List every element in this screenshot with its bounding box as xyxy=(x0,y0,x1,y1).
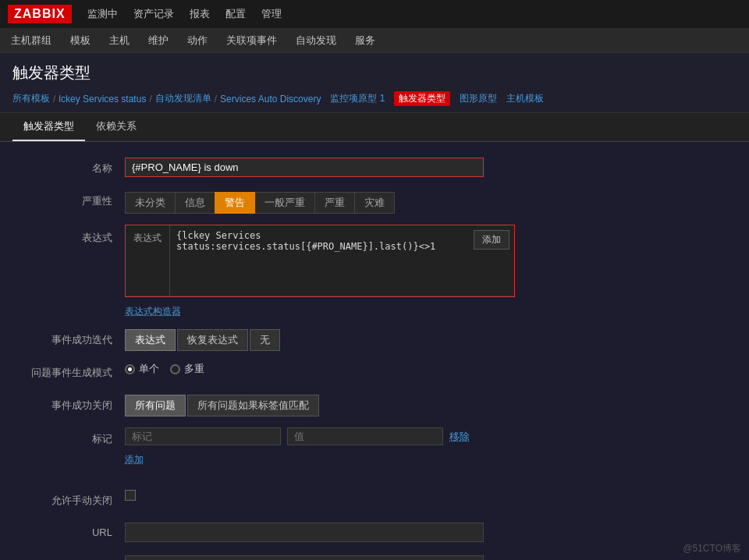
watermark: @51CTO博客 xyxy=(683,542,741,555)
problem-gen-label: 问题事件生成模式 xyxy=(16,362,125,380)
ok-close-control: 所有问题 所有问题如果标签值匹配 xyxy=(125,395,733,416)
tags-add-link[interactable]: 添加 xyxy=(125,453,144,466)
ok-close-label: 事件成功关闭 xyxy=(16,395,125,413)
ok-close-buttons: 所有问题 所有问题如果标签值匹配 xyxy=(125,395,733,416)
nav-monitor[interactable]: 监测中 xyxy=(87,5,118,23)
ok-event-recovery[interactable]: 恢复表达式 xyxy=(177,329,248,351)
breadcrumb-services-auto-discovery[interactable]: Services Auto Discovery xyxy=(220,94,321,105)
breadcrumb: 所有模板 / lckey Services status / 自动发现清单 / … xyxy=(12,91,737,106)
expression-builder-link[interactable]: 表达式构造器 xyxy=(125,305,181,318)
nav-config[interactable]: 配置 xyxy=(225,5,246,23)
close-btn-all[interactable]: 所有问题 xyxy=(125,395,186,416)
sec-nav-corr-events[interactable]: 关联项事件 xyxy=(223,32,280,49)
tag-remove-link[interactable]: 移除 xyxy=(449,430,470,444)
desc-row: 描述 xyxy=(16,555,733,560)
sec-nav-hosts[interactable]: 主机 xyxy=(106,32,133,49)
radio-multiple[interactable]: 多重 xyxy=(170,362,204,376)
manual-close-checkbox-wrap xyxy=(125,490,733,501)
expression-row: 表达式 表达式 {lckey Services status:services.… xyxy=(16,225,733,318)
nav-reports[interactable]: 报表 xyxy=(190,5,210,23)
severity-tabs: 未分类 信息 警告 一般严重 严重 灾难 xyxy=(125,192,733,214)
form-section: 名称 严重性 未分类 信息 警告 一般严重 严重 灾难 xyxy=(0,158,749,560)
sec-nav-actions[interactable]: 动作 xyxy=(184,32,211,49)
ok-event-buttons: 表达式 恢复表达式 无 xyxy=(125,329,733,351)
main-content: 名称 严重性 未分类 信息 警告 一般严重 严重 灾难 xyxy=(0,142,749,560)
tab-trigger-type[interactable]: 触发器类型 xyxy=(12,113,85,141)
desc-label: 描述 xyxy=(16,555,125,560)
breadcrumb-sep-2: / xyxy=(149,94,151,105)
top-navigation: ZABBIX 监测中 资产记录 报表 配置 管理 xyxy=(0,0,749,28)
problem-gen-row: 问题事件生成模式 单个 多重 xyxy=(16,362,733,384)
tags-label: 标记 xyxy=(16,427,125,446)
ok-event-label: 事件成功迭代 xyxy=(16,329,125,347)
radio-single-label: 单个 xyxy=(139,362,159,376)
tags-control: 移除 添加 xyxy=(125,427,733,466)
breadcrumb-all-templates[interactable]: 所有模板 xyxy=(12,92,50,105)
close-btn-tag-match[interactable]: 所有问题如果标签值匹配 xyxy=(187,395,319,416)
name-row: 名称 xyxy=(16,158,733,179)
name-label: 名称 xyxy=(16,158,125,175)
breadcrumb-discovery-list[interactable]: 自动发现清单 xyxy=(155,92,211,105)
manual-close-row: 允许手动关闭 xyxy=(16,490,733,512)
breadcrumb-lckey[interactable]: lckey Services status xyxy=(59,94,146,105)
sev-tab-disaster[interactable]: 灾难 xyxy=(354,192,395,214)
sec-nav-host-groups[interactable]: 主机群组 xyxy=(8,32,55,49)
manual-close-control xyxy=(125,490,733,501)
expression-add-button[interactable]: 添加 xyxy=(474,230,509,250)
expression-textarea[interactable]: {lckey Services status:services.status[{… xyxy=(170,225,474,288)
tags-input-row: 移除 xyxy=(125,427,733,445)
tag-name-input[interactable] xyxy=(125,427,281,445)
breadcrumb-monitor-proto[interactable]: 监控项原型 1 xyxy=(330,92,385,105)
breadcrumb-trigger-type[interactable]: 触发器类型 xyxy=(394,91,450,106)
expression-top-row: 表达式 {lckey Services status:services.stat… xyxy=(126,225,514,296)
url-control xyxy=(125,523,733,542)
name-input[interactable] xyxy=(126,158,483,176)
sec-nav-services[interactable]: 服务 xyxy=(352,32,378,49)
name-input-box xyxy=(125,158,484,177)
sev-tab-average[interactable]: 一般严重 xyxy=(254,192,315,214)
expression-inner-label: 表达式 xyxy=(126,225,170,296)
sev-tab-unclassified[interactable]: 未分类 xyxy=(125,192,176,214)
tag-value-input[interactable] xyxy=(287,427,443,445)
nav-admin[interactable]: 管理 xyxy=(261,5,282,23)
nav-assets[interactable]: 资产记录 xyxy=(133,5,174,23)
sec-nav-templates[interactable]: 模板 xyxy=(67,32,94,49)
radio-multiple-circle[interactable] xyxy=(170,364,180,374)
manual-close-label: 允许手动关闭 xyxy=(16,490,125,508)
severity-label: 严重性 xyxy=(16,190,125,208)
severity-row: 严重性 未分类 信息 警告 一般严重 严重 灾难 xyxy=(16,190,733,214)
ok-event-expression[interactable]: 表达式 xyxy=(125,329,176,351)
sev-tab-warning[interactable]: 警告 xyxy=(215,192,255,214)
breadcrumb-host-template[interactable]: 主机模板 xyxy=(506,92,544,105)
spacer xyxy=(16,477,733,490)
expression-control-wrap: 表达式 {lckey Services status:services.stat… xyxy=(125,225,733,318)
radio-single-circle[interactable] xyxy=(125,364,135,374)
page-title: 触发器类型 xyxy=(12,62,737,83)
breadcrumb-sep-1: / xyxy=(53,94,55,105)
breadcrumb-graph-proto[interactable]: 图形原型 xyxy=(460,92,497,105)
app-logo[interactable]: ZABBIX xyxy=(8,5,72,23)
sev-tab-info[interactable]: 信息 xyxy=(175,192,215,214)
sec-nav-maintenance[interactable]: 维护 xyxy=(145,32,172,49)
desc-control xyxy=(125,555,733,560)
sec-nav-discovery[interactable]: 自动发现 xyxy=(293,32,339,49)
manual-close-checkbox[interactable] xyxy=(125,490,136,501)
secondary-navigation: 主机群组 模板 主机 维护 动作 关联项事件 自动发现 服务 xyxy=(0,28,749,53)
url-input[interactable] xyxy=(125,523,484,542)
problem-gen-control: 单个 多重 xyxy=(125,362,733,376)
expression-right: {lckey Services status:services.status[{… xyxy=(170,225,514,296)
page-header: 触发器类型 所有模板 / lckey Services status / 自动发… xyxy=(0,53,749,113)
ok-event-none[interactable]: 无 xyxy=(250,329,280,351)
top-nav-items: 监测中 资产记录 报表 配置 管理 xyxy=(87,5,282,23)
ok-event-control: 表达式 恢复表达式 无 xyxy=(125,329,733,351)
sev-tab-high[interactable]: 严重 xyxy=(314,192,355,214)
tab-dependencies[interactable]: 依赖关系 xyxy=(85,113,147,141)
expression-box: 表达式 {lckey Services status:services.stat… xyxy=(125,225,515,297)
radio-single[interactable]: 单个 xyxy=(125,362,159,376)
tags-row: 标记 移除 添加 xyxy=(16,427,733,466)
desc-input[interactable] xyxy=(125,555,484,560)
expression-label: 表达式 xyxy=(16,225,125,245)
tab-row: 触发器类型 依赖关系 xyxy=(0,113,749,142)
ok-close-row: 事件成功关闭 所有问题 所有问题如果标签值匹配 xyxy=(16,395,733,416)
problem-gen-radio-group: 单个 多重 xyxy=(125,362,733,376)
